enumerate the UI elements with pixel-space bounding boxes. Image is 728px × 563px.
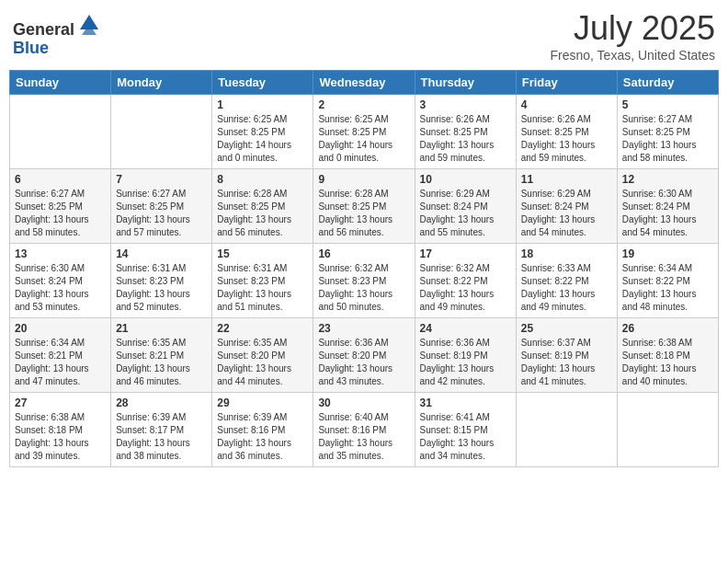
day-info: Sunrise: 6:34 AM Sunset: 8:21 PM Dayligh…	[15, 337, 106, 388]
calendar-cell: 23Sunrise: 6:36 AM Sunset: 8:20 PM Dayli…	[313, 318, 415, 393]
day-number: 18	[521, 247, 612, 260]
logo-blue: Blue	[13, 39, 49, 57]
day-number: 10	[420, 173, 511, 186]
day-number: 27	[15, 396, 106, 409]
day-number: 16	[318, 247, 409, 260]
calendar-cell: 12Sunrise: 6:30 AM Sunset: 8:24 PM Dayli…	[617, 169, 718, 244]
logo-general: General	[13, 20, 74, 39]
calendar-header-row: SundayMondayTuesdayWednesdayThursdayFrid…	[10, 71, 719, 95]
svg-marker-1	[82, 29, 97, 35]
day-number: 15	[217, 247, 308, 260]
logo: General Blue	[13, 9, 102, 58]
day-info: Sunrise: 6:30 AM Sunset: 8:24 PM Dayligh…	[622, 188, 713, 239]
day-number: 20	[15, 322, 106, 335]
calendar-cell: 5Sunrise: 6:27 AM Sunset: 8:25 PM Daylig…	[617, 95, 718, 169]
day-info: Sunrise: 6:27 AM Sunset: 8:25 PM Dayligh…	[116, 188, 207, 239]
day-info: Sunrise: 6:37 AM Sunset: 8:19 PM Dayligh…	[521, 337, 612, 388]
day-info: Sunrise: 6:36 AM Sunset: 8:20 PM Dayligh…	[318, 337, 409, 388]
day-info: Sunrise: 6:32 AM Sunset: 8:23 PM Dayligh…	[318, 262, 409, 314]
calendar-cell: 17Sunrise: 6:32 AM Sunset: 8:22 PM Dayli…	[415, 244, 516, 318]
weekday-header: Saturday	[617, 71, 718, 95]
calendar-cell: 29Sunrise: 6:39 AM Sunset: 8:16 PM Dayli…	[212, 393, 313, 467]
calendar-cell: 22Sunrise: 6:35 AM Sunset: 8:20 PM Dayli…	[212, 318, 313, 393]
calendar-cell: 30Sunrise: 6:40 AM Sunset: 8:16 PM Dayli…	[313, 393, 415, 467]
day-info: Sunrise: 6:27 AM Sunset: 8:25 PM Dayligh…	[15, 188, 106, 239]
day-number: 7	[116, 173, 207, 186]
day-number: 1	[217, 98, 308, 111]
day-info: Sunrise: 6:34 AM Sunset: 8:22 PM Dayligh…	[622, 262, 713, 314]
calendar-cell: 7Sunrise: 6:27 AM Sunset: 8:25 PM Daylig…	[111, 169, 212, 244]
day-info: Sunrise: 6:29 AM Sunset: 8:24 PM Dayligh…	[521, 188, 612, 239]
day-number: 2	[318, 98, 409, 111]
logo-icon	[76, 9, 102, 35]
day-number: 5	[622, 98, 713, 111]
calendar-cell: 15Sunrise: 6:31 AM Sunset: 8:23 PM Dayli…	[212, 244, 313, 318]
calendar-cell	[10, 95, 111, 169]
calendar-week-row: 27Sunrise: 6:38 AM Sunset: 8:18 PM Dayli…	[10, 393, 719, 467]
day-info: Sunrise: 6:41 AM Sunset: 8:15 PM Dayligh…	[420, 411, 511, 463]
day-number: 11	[521, 173, 612, 186]
day-info: Sunrise: 6:31 AM Sunset: 8:23 PM Dayligh…	[217, 262, 308, 314]
calendar-week-row: 1Sunrise: 6:25 AM Sunset: 8:25 PM Daylig…	[10, 95, 719, 169]
calendar-cell: 16Sunrise: 6:32 AM Sunset: 8:23 PM Dayli…	[313, 244, 415, 318]
day-info: Sunrise: 6:31 AM Sunset: 8:23 PM Dayligh…	[116, 262, 207, 314]
day-info: Sunrise: 6:26 AM Sunset: 8:25 PM Dayligh…	[521, 113, 612, 165]
day-number: 23	[318, 322, 409, 335]
day-info: Sunrise: 6:29 AM Sunset: 8:24 PM Dayligh…	[420, 188, 511, 239]
calendar-cell: 25Sunrise: 6:37 AM Sunset: 8:19 PM Dayli…	[516, 318, 617, 393]
day-info: Sunrise: 6:33 AM Sunset: 8:22 PM Dayligh…	[521, 262, 612, 314]
day-info: Sunrise: 6:36 AM Sunset: 8:19 PM Dayligh…	[420, 337, 511, 388]
weekday-header: Wednesday	[313, 71, 415, 95]
calendar-cell: 28Sunrise: 6:39 AM Sunset: 8:17 PM Dayli…	[111, 393, 212, 467]
calendar-cell: 27Sunrise: 6:38 AM Sunset: 8:18 PM Dayli…	[10, 393, 111, 467]
weekday-header: Monday	[111, 71, 212, 95]
calendar-cell: 26Sunrise: 6:38 AM Sunset: 8:18 PM Dayli…	[617, 318, 718, 393]
day-number: 30	[318, 396, 409, 409]
location: Fresno, Texas, United States	[551, 48, 716, 63]
calendar-cell: 21Sunrise: 6:35 AM Sunset: 8:21 PM Dayli…	[111, 318, 212, 393]
calendar-week-row: 20Sunrise: 6:34 AM Sunset: 8:21 PM Dayli…	[10, 318, 719, 393]
day-number: 17	[420, 247, 511, 260]
day-info: Sunrise: 6:40 AM Sunset: 8:16 PM Dayligh…	[318, 411, 409, 463]
day-number: 21	[116, 322, 207, 335]
calendar-week-row: 13Sunrise: 6:30 AM Sunset: 8:24 PM Dayli…	[10, 244, 719, 318]
day-info: Sunrise: 6:38 AM Sunset: 8:18 PM Dayligh…	[15, 411, 106, 463]
day-number: 12	[622, 173, 713, 186]
weekday-header: Tuesday	[212, 71, 313, 95]
day-number: 9	[318, 173, 409, 186]
day-number: 25	[521, 322, 612, 335]
calendar-week-row: 6Sunrise: 6:27 AM Sunset: 8:25 PM Daylig…	[10, 169, 719, 244]
calendar-cell	[111, 95, 212, 169]
day-info: Sunrise: 6:28 AM Sunset: 8:25 PM Dayligh…	[318, 188, 409, 239]
day-number: 29	[217, 396, 308, 409]
day-info: Sunrise: 6:26 AM Sunset: 8:25 PM Dayligh…	[420, 113, 511, 165]
calendar-cell: 2Sunrise: 6:25 AM Sunset: 8:25 PM Daylig…	[313, 95, 415, 169]
calendar-cell: 4Sunrise: 6:26 AM Sunset: 8:25 PM Daylig…	[516, 95, 617, 169]
calendar-cell: 24Sunrise: 6:36 AM Sunset: 8:19 PM Dayli…	[415, 318, 516, 393]
day-number: 13	[15, 247, 106, 260]
calendar-cell: 11Sunrise: 6:29 AM Sunset: 8:24 PM Dayli…	[516, 169, 617, 244]
day-info: Sunrise: 6:38 AM Sunset: 8:18 PM Dayligh…	[622, 337, 713, 388]
calendar-cell	[617, 393, 718, 467]
calendar-cell: 20Sunrise: 6:34 AM Sunset: 8:21 PM Dayli…	[10, 318, 111, 393]
calendar-cell: 9Sunrise: 6:28 AM Sunset: 8:25 PM Daylig…	[313, 169, 415, 244]
page-header: General Blue July 2025 Fresno, Texas, Un…	[9, 9, 719, 63]
calendar-cell: 18Sunrise: 6:33 AM Sunset: 8:22 PM Dayli…	[516, 244, 617, 318]
day-info: Sunrise: 6:25 AM Sunset: 8:25 PM Dayligh…	[217, 113, 308, 165]
day-number: 3	[420, 98, 511, 111]
calendar-cell: 6Sunrise: 6:27 AM Sunset: 8:25 PM Daylig…	[10, 169, 111, 244]
calendar-cell: 8Sunrise: 6:28 AM Sunset: 8:25 PM Daylig…	[212, 169, 313, 244]
day-info: Sunrise: 6:35 AM Sunset: 8:20 PM Dayligh…	[217, 337, 308, 388]
calendar-cell: 19Sunrise: 6:34 AM Sunset: 8:22 PM Dayli…	[617, 244, 718, 318]
day-number: 31	[420, 396, 511, 409]
calendar-cell: 3Sunrise: 6:26 AM Sunset: 8:25 PM Daylig…	[415, 95, 516, 169]
day-info: Sunrise: 6:25 AM Sunset: 8:25 PM Dayligh…	[318, 113, 409, 165]
day-number: 14	[116, 247, 207, 260]
weekday-header: Friday	[516, 71, 617, 95]
calendar-cell: 31Sunrise: 6:41 AM Sunset: 8:15 PM Dayli…	[415, 393, 516, 467]
day-number: 22	[217, 322, 308, 335]
day-number: 28	[116, 396, 207, 409]
day-number: 4	[521, 98, 612, 111]
month-title: July 2025	[551, 9, 716, 48]
weekday-header: Thursday	[415, 71, 516, 95]
